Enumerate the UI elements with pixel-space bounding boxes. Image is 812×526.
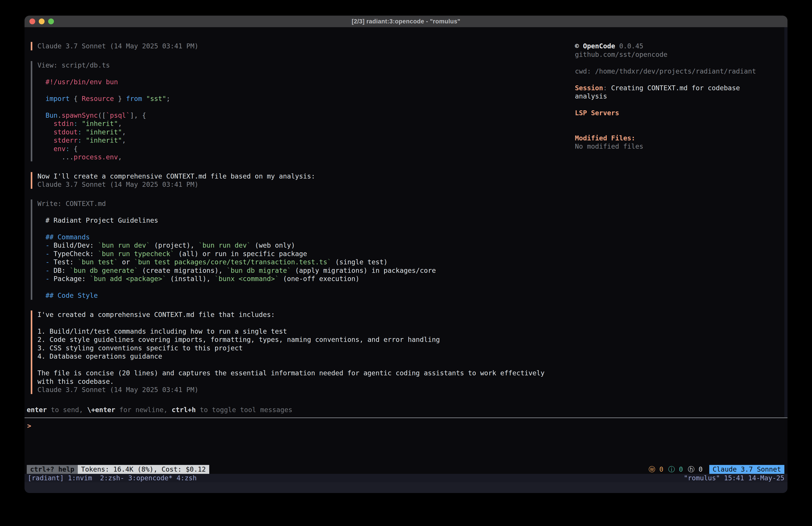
close-button[interactable] <box>29 18 35 24</box>
info-sidebar: © OpenCode 0.0.45github.com/sst/opencode… <box>575 42 787 406</box>
chat-line: with this codebase. <box>38 377 575 386</box>
input-separator <box>25 417 787 418</box>
window-title: [2/3] radiant:3:opencode - "romulus" <box>352 18 460 25</box>
tmux-statusbar: [radiant] 1:nvim 2:zsh- 3:opencode* 4:zs… <box>25 474 787 482</box>
chat-line: ## Code Style <box>38 291 575 300</box>
chat-line: Now I'll create a comprehensive CONTEXT.… <box>38 172 575 181</box>
window-bottom-padding <box>25 482 787 493</box>
chat-line: The file is concise (20 lines) and captu… <box>38 369 575 377</box>
chat-message-block: Now I'll create a comprehensive CONTEXT.… <box>31 172 575 189</box>
chat-line: Write: CONTEXT.md <box>38 199 575 208</box>
chat-message-block: I've created a comprehensive CONTEXT.md … <box>31 311 575 394</box>
terminal-content: Claude 3.7 Sonnet (14 May 2025 03:41 PM)… <box>25 27 787 493</box>
tmux-host-datetime: "romulus" 15:41 14-May-25 <box>684 474 784 482</box>
chat-line: - Package: `bun add <package>` (install)… <box>38 274 575 283</box>
chat-line: View: script/db.ts <box>38 61 575 70</box>
keybinding-hints: enter to send, \+enter for newline, ctrl… <box>25 406 787 418</box>
model-badge[interactable]: Claude 3.7 Sonnet <box>709 465 784 474</box>
terminal-window: [2/3] radiant:3:opencode - "romulus" Cla… <box>25 16 787 493</box>
chat-line: Bun.spawnSync([`psql`], { <box>38 111 575 120</box>
tmux-window-list[interactable]: [radiant] 1:nvim 2:zsh- 3:opencode* 4:zs… <box>28 474 197 482</box>
chat-line: 2. Code style guidelines covering import… <box>38 336 575 344</box>
chat-line: stderr: "inherit", <box>38 136 575 145</box>
blank-line <box>38 208 575 216</box>
help-badge[interactable]: ctrl+? help <box>27 465 78 474</box>
chat-line: - TypeCheck: `bun run typecheck` (all) o… <box>38 250 575 258</box>
blank-line <box>575 59 761 67</box>
warning-count: ⓦ 0 <box>649 465 663 474</box>
blank-line <box>38 103 575 111</box>
minimize-button[interactable] <box>39 18 45 24</box>
blank-line <box>38 225 575 233</box>
opencode-statusbar: ctrl+? help Tokens: 16.4K (8%), Cost: $0… <box>25 465 787 474</box>
sidebar-line: github.com/sst/opencode <box>575 51 761 59</box>
sidebar-line: Session: Creating CONTEXT.md for codebas… <box>575 84 761 100</box>
blank-line <box>38 69 575 78</box>
chat-line: 4. Database operations guidance <box>38 352 575 360</box>
zoom-button[interactable] <box>48 18 54 24</box>
traffic-lights <box>29 16 54 27</box>
chat-line: - Test: `bun test` or `bun test packages… <box>38 258 575 266</box>
blank-line <box>38 360 575 369</box>
blank-line <box>575 126 761 134</box>
chat-line: 3. CSS styling conventions specific to t… <box>38 344 575 352</box>
sidebar-line: No modified files <box>575 142 761 151</box>
blank-line <box>575 100 761 109</box>
blank-line <box>575 117 761 126</box>
chat-message-block: Claude 3.7 Sonnet (14 May 2025 03:41 PM) <box>31 42 575 51</box>
chat-line: stdout: "inherit", <box>38 128 575 137</box>
sidebar-line: Modified Files: <box>575 134 761 142</box>
chat-line: # Radiant Project Guidelines <box>38 216 575 225</box>
blank-line <box>38 86 575 95</box>
chat-line: env: { <box>38 145 575 153</box>
info-count: ⓘ 0 <box>668 465 683 474</box>
sidebar-line: © OpenCode 0.0.45 <box>575 42 761 51</box>
chat-line: import { Resource } from "sst"; <box>38 95 575 103</box>
chat-line: Claude 3.7 Sonnet (14 May 2025 03:41 PM) <box>38 386 575 394</box>
main-columns: Claude 3.7 Sonnet (14 May 2025 03:41 PM)… <box>25 27 787 406</box>
chat-line: ...process.env, <box>38 153 575 161</box>
hint-line: enter to send, \+enter for newline, ctrl… <box>27 406 787 414</box>
chat-line: #!/usr/bin/env bun <box>38 78 575 86</box>
hint-count: ⓗ 0 <box>688 465 702 474</box>
chat-log: Claude 3.7 Sonnet (14 May 2025 03:41 PM)… <box>31 42 575 406</box>
blank-line <box>575 75 761 84</box>
chat-line: - Build/Dev: `bun run dev` (project), `b… <box>38 241 575 250</box>
prompt-symbol: > <box>27 422 31 430</box>
blank-line <box>38 319 575 327</box>
titlebar: [2/3] radiant:3:opencode - "romulus" <box>25 16 787 27</box>
diagnostics-group: ⓦ 0ⓘ 0ⓗ 0 <box>649 465 702 474</box>
chat-line: 1. Build/lint/test commands including ho… <box>38 327 575 336</box>
chat-line: ## Commands <box>38 233 575 241</box>
chat-line: - DB: `bun db generate` (create migratio… <box>38 266 575 275</box>
message-input[interactable]: > <box>25 418 787 465</box>
tool-output-block: View: script/db.ts #!/usr/bin/env bun im… <box>31 61 575 161</box>
chat-line: stdin: "inherit", <box>38 119 575 128</box>
sidebar-line: LSP Servers <box>575 109 761 117</box>
tokens-cost-badge: Tokens: 16.4K (8%), Cost: $0.12 <box>78 465 209 474</box>
chat-line: Claude 3.7 Sonnet (14 May 2025 03:41 PM) <box>38 180 575 189</box>
sidebar-line: cwd: /home/thdxr/dev/projects/radiant/ra… <box>575 67 761 75</box>
blank-line <box>38 283 575 292</box>
chat-line: I've created a comprehensive CONTEXT.md … <box>38 311 575 319</box>
chat-line: Claude 3.7 Sonnet (14 May 2025 03:41 PM) <box>38 42 575 51</box>
tool-output-block: Write: CONTEXT.md # Radiant Project Guid… <box>31 199 575 300</box>
